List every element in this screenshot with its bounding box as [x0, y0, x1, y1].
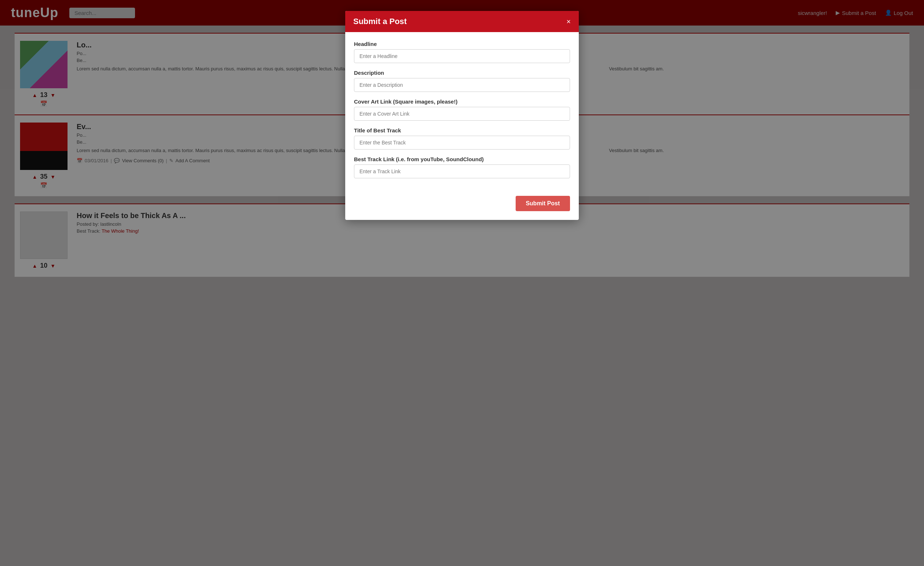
description-label: Description — [354, 70, 570, 76]
modal-footer: Submit Post — [345, 196, 579, 220]
track-link-input[interactable] — [354, 165, 570, 178]
headline-group: Headline — [354, 41, 570, 63]
description-group: Description — [354, 70, 570, 92]
modal-close-button[interactable]: × — [566, 18, 571, 25]
cover-art-input[interactable] — [354, 107, 570, 121]
submit-post-button[interactable]: Submit Post — [516, 196, 570, 211]
headline-label: Headline — [354, 41, 570, 47]
modal-overlay: Submit a Post × Headline Description Cov… — [0, 0, 924, 566]
track-link-label: Best Track Link (i.e. from youTube, Soun… — [354, 156, 570, 162]
modal-body: Headline Description Cover Art Link (Squ… — [345, 32, 579, 196]
modal-header: Submit a Post × — [345, 11, 579, 32]
best-track-input[interactable] — [354, 136, 570, 150]
headline-input[interactable] — [354, 49, 570, 63]
best-track-group: Title of Best Track — [354, 127, 570, 150]
best-track-label: Title of Best Track — [354, 127, 570, 133]
cover-art-label: Cover Art Link (Square images, please!) — [354, 99, 570, 105]
description-input[interactable] — [354, 78, 570, 92]
submit-post-modal: Submit a Post × Headline Description Cov… — [345, 11, 579, 220]
modal-title: Submit a Post — [353, 17, 407, 26]
track-link-group: Best Track Link (i.e. from youTube, Soun… — [354, 156, 570, 178]
cover-art-group: Cover Art Link (Square images, please!) — [354, 99, 570, 121]
